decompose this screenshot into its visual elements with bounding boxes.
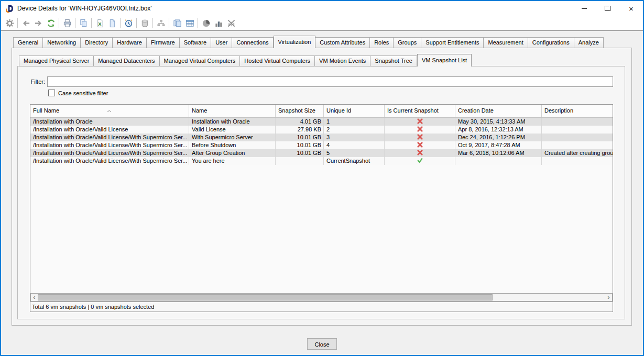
column-header-snapshot-size[interactable]: Snapshot Size [276, 105, 324, 117]
window-title: Device Details for 'WIN-HOYJG46V0OI.frit… [17, 5, 152, 12]
subtab-snapshot-tree[interactable]: Snapshot Tree [370, 55, 417, 66]
device-details-window: Device Details for 'WIN-HOYJG46V0OI.frit… [0, 0, 644, 356]
column-header-description[interactable]: Description [542, 105, 613, 117]
refresh-icon[interactable] [45, 17, 57, 29]
minimize-icon [582, 8, 587, 9]
scroll-right-icon[interactable]: › [605, 294, 612, 301]
toolbar-separator [59, 18, 59, 28]
filter-label: Filter: [21, 79, 45, 85]
horizontal-scrollbar[interactable]: ‹ › [30, 293, 613, 302]
tab-connections[interactable]: Connections [232, 37, 273, 48]
settings-icon[interactable] [3, 17, 16, 29]
subtab-managed-physical-server[interactable]: Managed Physical Server [19, 55, 94, 66]
column-header-name[interactable]: Name [189, 105, 276, 117]
toolbar-separator [198, 18, 198, 28]
table-view-icon[interactable] [183, 17, 196, 29]
close-button[interactable]: Close [307, 338, 337, 350]
tab-groups[interactable]: Groups [394, 37, 421, 48]
minimize-button[interactable] [572, 1, 596, 16]
tab-firmware[interactable]: Firmware [147, 37, 180, 48]
pie-chart-icon[interactable] [200, 17, 212, 29]
bar-chart-icon[interactable] [212, 17, 225, 29]
table-row[interactable]: /Installation with Oracle/Valid License/… [30, 157, 613, 165]
column-header-unique-id[interactable]: Unique Id [324, 105, 385, 117]
toolbar-separator [169, 18, 169, 28]
toolbar-separator [91, 18, 92, 28]
back-icon[interactable] [19, 17, 32, 29]
tab-networking[interactable]: Networking [43, 37, 81, 48]
case-sensitive-checkbox[interactable] [48, 90, 55, 96]
title-bar: Device Details for 'WIN-HOYJG46V0OI.frit… [1, 1, 643, 16]
app-logo-icon [5, 4, 14, 13]
current-icon [417, 158, 423, 164]
scroll-left-icon[interactable]: ‹ [31, 294, 38, 301]
sort-ascending-icon [107, 105, 112, 115]
maximize-icon [605, 6, 610, 11]
column-header-is-current-snapshot[interactable]: Is Current Snapshot [385, 105, 455, 117]
subtab-vm-snapshot-list[interactable]: VM Snapshot List [417, 54, 472, 66]
not-current-icon [417, 134, 423, 140]
schedule-icon[interactable] [122, 17, 135, 29]
main-tab-bar: General Networking Directory Hardware Fi… [13, 36, 604, 48]
virtualization-subtab-bar: Managed Physical Server Managed Datacent… [19, 54, 472, 66]
toolbar-separator [120, 18, 121, 28]
copy-icon[interactable] [77, 17, 90, 29]
documents-icon[interactable] [171, 17, 183, 29]
print-icon[interactable] [61, 17, 73, 29]
forward-icon[interactable] [32, 17, 45, 29]
not-current-icon [417, 150, 423, 156]
toolbar-separator [152, 18, 153, 28]
toolbar-separator [136, 18, 137, 28]
tab-user[interactable]: User [211, 37, 232, 48]
tab-hardware[interactable]: Hardware [113, 37, 147, 48]
table-row[interactable]: /Installation with Oracle/Valid License/… [30, 134, 613, 141]
report-icon[interactable] [106, 17, 118, 29]
maximize-button[interactable] [596, 1, 619, 16]
snapshot-table: Full Name Name Snapshot Size Unique Id I… [30, 104, 613, 312]
tab-software[interactable]: Software [180, 37, 211, 48]
not-current-icon [417, 142, 423, 148]
not-current-icon [417, 118, 423, 125]
database-icon[interactable] [138, 17, 151, 29]
toolbar-separator [75, 18, 75, 28]
tab-virtualization[interactable]: Virtualization [274, 36, 316, 48]
excel-export-icon[interactable]: X [93, 17, 106, 29]
toolbar: X [1, 16, 643, 31]
tab-directory[interactable]: Directory [81, 37, 113, 48]
subtab-managed-datacenters[interactable]: Managed Datacenters [94, 55, 159, 66]
tab-configurations[interactable]: Configurations [528, 37, 574, 48]
table-row[interactable]: /Installation with Oracle/Valid License … [30, 126, 613, 134]
subtab-hosted-virtual-computers[interactable]: Hosted Virtual Computers [240, 55, 315, 66]
subtab-vm-motion-events[interactable]: VM Motion Events [315, 55, 370, 66]
scrollbar-thumb[interactable] [38, 294, 493, 301]
filter-input[interactable] [47, 76, 613, 87]
svg-text:X: X [98, 20, 102, 26]
close-window-button[interactable]: × [619, 1, 643, 16]
case-sensitive-label: Case sensitive filter [58, 90, 108, 96]
tab-support-entitlements[interactable]: Support Entitlements [421, 37, 484, 48]
tab-measurement[interactable]: Measurement [484, 37, 528, 48]
subtab-managed-virtual-computers[interactable]: Managed Virtual Computers [160, 55, 241, 66]
table-row[interactable]: /Installation with Oracle/Valid License/… [30, 149, 613, 157]
topology-icon[interactable] [155, 17, 167, 29]
close-icon: × [629, 5, 634, 13]
tab-general[interactable]: General [13, 37, 43, 48]
not-current-icon [417, 126, 423, 132]
toolbar-separator [17, 18, 18, 28]
table-row[interactable]: /Installation with Oracle Installation w… [30, 118, 613, 126]
column-header-creation-date[interactable]: Creation Date [455, 105, 542, 117]
table-header-row: Full Name Name Snapshot Size Unique Id I… [30, 105, 613, 118]
table-status-bar: Total 6 vm snapshots | 0 vm snapshots se… [30, 302, 613, 312]
tab-roles[interactable]: Roles [370, 37, 394, 48]
no-chart-icon[interactable] [225, 17, 237, 29]
table-row[interactable]: /Installation with Oracle/Valid License/… [30, 141, 613, 149]
tab-analyze[interactable]: Analyze [574, 37, 604, 48]
tab-custom-attributes[interactable]: Custom Attributes [315, 37, 370, 48]
